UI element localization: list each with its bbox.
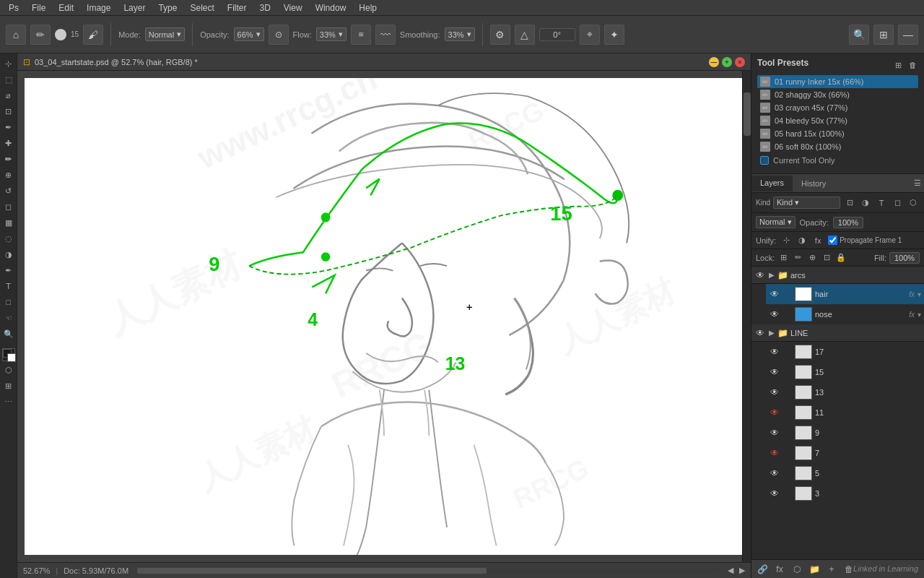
menu-window[interactable]: Window (310, 1, 352, 14)
smart-filter-button[interactable]: ⬡ (907, 197, 920, 210)
layer-visibility-eye[interactable]: 👁 (769, 467, 780, 479)
layer-visibility-eye[interactable]: 👁 (769, 346, 780, 358)
menu-help[interactable]: Help (353, 1, 383, 14)
layer-visibility-eye[interactable]: 👁 (769, 387, 780, 398)
unify-position-button[interactable]: ⊹ (780, 235, 792, 246)
menu-image[interactable]: Image (81, 1, 116, 14)
mode-dropdown[interactable]: Normal ▾ (145, 27, 185, 41)
smoothing-icon[interactable]: 〰 (375, 25, 396, 45)
minimize-window-button[interactable]: — (709, 57, 719, 67)
symmetry-button[interactable]: ⌖ (580, 25, 600, 45)
pixel-filter-button[interactable]: ⊡ (843, 197, 856, 210)
layer-group-LINE[interactable]: 👁 ▶ 📁 LINE (751, 324, 924, 342)
heal-tool[interactable]: ✚ (1, 136, 16, 150)
menu-type[interactable]: Type (152, 1, 183, 14)
preset-item-3[interactable]: ✏04 bleedy 50x (77%) (757, 114, 918, 127)
canvas-area[interactable]: www.rrcg.cn RRCG 人人素材 RRCG 人人素材 人人素材 RRC… (17, 71, 751, 562)
menu-ps[interactable]: Ps (3, 1, 25, 14)
brush-tool[interactable]: ✏ (1, 152, 16, 166)
nav-next[interactable]: ▶ (739, 566, 745, 575)
layer-item-nose[interactable]: 👁 nose fx▾ (766, 304, 924, 324)
layer-item-hair[interactable]: 👁 hair fx▾ (766, 284, 924, 304)
angle-value[interactable]: 0° (539, 28, 575, 41)
crop-tool[interactable]: ⊡ (1, 104, 16, 118)
history-brush-tool[interactable]: ↺ (1, 184, 16, 198)
eyedropper-tool[interactable]: ✒ (1, 120, 16, 134)
lock-pixels-button[interactable]: ⊞ (777, 252, 789, 264)
tab-layers[interactable]: Layers (751, 176, 793, 191)
home-tool-button[interactable]: ⌂ (6, 25, 26, 45)
layer-visibility-eye[interactable]: 👁 (769, 488, 780, 499)
search-button[interactable]: 🔍 (849, 25, 869, 45)
preset-item-4[interactable]: ✏05 hard 15x (100%) (757, 127, 918, 140)
flow-icon[interactable]: ≋ (351, 25, 371, 45)
preset-item-2[interactable]: ✏03 crayon 45x (77%) (757, 101, 918, 114)
gradient-tool[interactable]: ▦ (1, 215, 16, 230)
unify-face-button[interactable]: ◑ (796, 235, 808, 246)
hand-tool[interactable]: ☜ (1, 311, 16, 325)
airbrush-button[interactable]: ⊙ (269, 25, 289, 45)
preset-item-0[interactable]: ✏01 runny Inker 15x (66%) (757, 75, 918, 88)
text-tool[interactable]: T (1, 279, 16, 293)
new-layer-button[interactable]: + (825, 563, 838, 576)
foreground-color[interactable] (2, 348, 15, 361)
extra-tools[interactable]: ⋯ (1, 394, 16, 409)
menu-edit[interactable]: Edit (53, 1, 79, 14)
smoothing-value[interactable]: 33% ▾ (445, 27, 475, 41)
add-mask-button[interactable]: ⬡ (790, 563, 803, 576)
new-group-button[interactable]: 📁 (808, 563, 821, 576)
add-style-button[interactable]: fx (773, 563, 786, 576)
layer-item-11[interactable]: 👁 11 (766, 402, 924, 423)
lock-paint-button[interactable]: ✏ (792, 252, 803, 264)
lock-artboard-button[interactable]: ⊕ (806, 252, 818, 264)
lasso-tool[interactable]: ⌀ (1, 88, 16, 103)
layer-item-15[interactable]: 👁 15 (766, 362, 924, 382)
layer-visibility-eye[interactable]: 👁 (769, 288, 780, 300)
layer-visibility-eye[interactable]: 👁 (754, 269, 766, 281)
brush-size-indicator[interactable] (55, 29, 66, 40)
shape-tool[interactable]: □ (1, 295, 16, 309)
layer-visibility-eye[interactable]: 👁 (769, 407, 780, 418)
layer-visibility-eye[interactable]: 👁 (754, 327, 766, 339)
layer-item-5[interactable]: 👁 5 (766, 463, 924, 483)
dodge-tool[interactable]: ◑ (1, 247, 16, 262)
new-preset-button[interactable]: ⊞ (892, 59, 904, 71)
tab-history[interactable]: History (793, 176, 834, 191)
kind-dropdown[interactable]: Kind ▾ (773, 197, 840, 209)
layer-item-9[interactable]: 👁 9 (766, 423, 924, 443)
move-tool[interactable]: ⊹ (1, 56, 16, 71)
flow-dropdown[interactable]: 33% ▾ (316, 27, 346, 41)
lock-move-button[interactable]: ⊡ (821, 252, 832, 264)
settings-button[interactable]: ⚙ (490, 25, 510, 45)
view-options-button[interactable]: ⊞ (873, 25, 894, 45)
screen-mode-button[interactable]: ⊞ (1, 379, 16, 393)
menu-select[interactable]: Select (184, 1, 219, 14)
layer-item-7[interactable]: 👁 7 (766, 443, 924, 463)
marquee-tool[interactable]: ⬚ (1, 72, 16, 87)
type-filter-button[interactable]: T (875, 197, 888, 210)
blur-tool[interactable]: ◌ (1, 231, 16, 246)
lock-all-button[interactable]: 🔒 (835, 252, 847, 264)
preset-item-5[interactable]: ✏06 soft 80x (100%) (757, 140, 918, 153)
brush-tool-button[interactable]: ✏ (30, 25, 51, 45)
quick-mask-tool[interactable]: ⬡ (1, 363, 16, 377)
link-layers-button[interactable]: 🔗 (756, 563, 769, 576)
delete-preset-button[interactable]: 🗑 (907, 59, 918, 71)
current-tool-checkbox[interactable] (760, 156, 769, 165)
layer-visibility-eye[interactable]: 👁 (769, 366, 780, 378)
close-window-button[interactable]: × (735, 57, 745, 67)
pen-tool[interactable]: ✒ (1, 263, 16, 277)
menu-file[interactable]: File (26, 1, 51, 14)
propagate-checkbox-label[interactable]: Propagate Frame 1 (828, 236, 902, 245)
layer-item-3[interactable]: 👁 3 (766, 483, 924, 504)
layer-visibility-eye[interactable]: 👁 (769, 309, 780, 320)
menu-filter[interactable]: Filter (222, 1, 253, 14)
zoom-tool[interactable]: 🔍 (1, 327, 16, 341)
layer-group-arcs[interactable]: 👁 ▶ 📁 arcs (751, 267, 924, 284)
angle-button[interactable]: △ (515, 25, 535, 45)
nav-prev[interactable]: ◀ (728, 566, 733, 575)
maximize-window-button[interactable]: + (722, 57, 732, 67)
canvas-document[interactable]: www.rrcg.cn RRCG 人人素材 RRCG 人人素材 人人素材 RRC… (25, 78, 744, 555)
adjustment-filter-button[interactable]: ◑ (859, 197, 872, 210)
eraser-tool[interactable]: ◻ (1, 199, 16, 214)
